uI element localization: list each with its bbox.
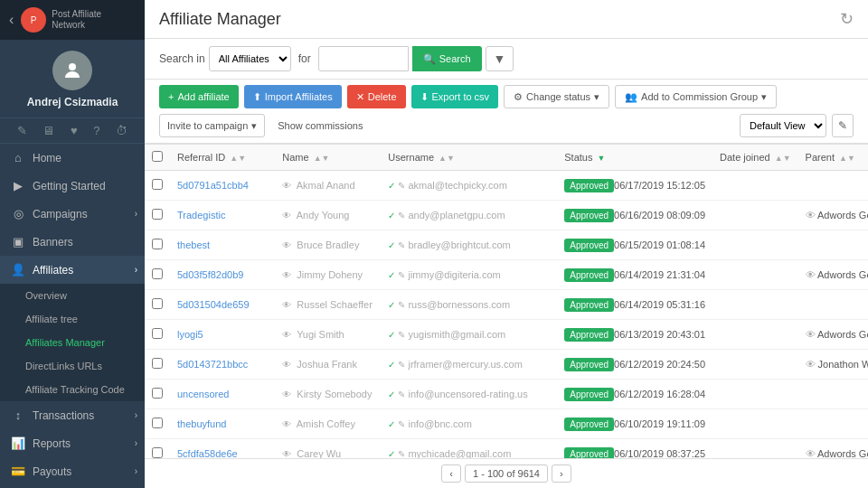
row-checkbox-cell[interactable]: [145, 260, 170, 290]
page-info: 1 - 100 of 9614: [465, 465, 548, 483]
sidebar-item-affiliate-tracking-code[interactable]: Affiliate Tracking Code: [0, 378, 145, 401]
row-date: [712, 350, 798, 380]
col-parent[interactable]: Parent ▲▼: [798, 145, 868, 171]
sidebar-item-affiliates-manager[interactable]: Affiliates Manager: [0, 331, 145, 354]
view-select[interactable]: Default View: [740, 114, 826, 137]
col-referral-id[interactable]: Referral ID ▲▼: [170, 145, 275, 171]
eye-icon[interactable]: 👁: [282, 449, 291, 458]
row-checkbox-cell[interactable]: [145, 380, 170, 409]
eye-icon[interactable]: 👁: [282, 211, 291, 221]
eye-icon[interactable]: 👁: [282, 270, 291, 280]
row-checkbox-cell[interactable]: [145, 201, 170, 230]
desktop-icon[interactable]: 🖥: [42, 124, 54, 137]
pagination: ‹ 1 - 100 of 9614 ›: [145, 458, 868, 488]
row-checkbox-cell[interactable]: [145, 320, 170, 350]
refresh-button[interactable]: ↻: [840, 9, 854, 29]
row-checkbox[interactable]: [152, 298, 163, 309]
eye-icon[interactable]: 👁: [282, 330, 291, 340]
sidebar-item-overview[interactable]: Overview: [0, 284, 145, 307]
row-checkbox[interactable]: [152, 358, 163, 369]
row-status: Approved06/16/2019 08:09:09: [557, 201, 712, 230]
row-name-text: Kirsty Somebody: [297, 389, 372, 399]
export-csv-button[interactable]: ⬇ Export to csv: [411, 85, 499, 108]
nav-label-home: Home: [33, 152, 61, 164]
delete-button[interactable]: ✕ Delete: [347, 85, 406, 108]
sidebar-item-reports[interactable]: 📊 Reports ›: [0, 429, 145, 457]
show-commissions-button[interactable]: Show commissions: [270, 117, 370, 134]
eye-icon[interactable]: 👁: [282, 300, 291, 310]
status-badge: Approved: [564, 239, 614, 252]
row-checkbox[interactable]: [152, 239, 163, 249]
sidebar-item-campaigns[interactable]: ◎ Campaigns ›: [0, 200, 145, 228]
search-select[interactable]: All Affiliates: [209, 46, 291, 71]
sidebar-item-getting-started[interactable]: ▶ Getting Started: [0, 172, 145, 200]
back-button[interactable]: ‹: [9, 12, 14, 28]
table-row: 5d03f5f82d0b9 👁 Jimmy Doheny ✓ ✎ jimmy@d…: [145, 260, 868, 290]
row-name: 👁 Carey Wu: [275, 439, 381, 459]
import-affiliates-button[interactable]: ⬆ Import Affiliates: [244, 85, 342, 108]
row-checkbox-cell[interactable]: [145, 409, 170, 439]
row-checkbox-cell[interactable]: [145, 350, 170, 380]
eye-icon[interactable]: 👁: [282, 240, 291, 250]
row-name: 👁 Amish Coffey: [275, 409, 381, 439]
eye-icon[interactable]: 👁: [282, 360, 291, 370]
filter-button[interactable]: ▼: [486, 46, 514, 71]
col-checkbox[interactable]: [145, 145, 170, 171]
select-all-checkbox[interactable]: [152, 151, 163, 162]
col-name[interactable]: Name ▲▼: [275, 145, 381, 171]
search-input[interactable]: [318, 46, 409, 71]
sidebar-item-transactions[interactable]: ↕ Transactions ›: [0, 401, 145, 429]
status-badge: Approved: [564, 298, 614, 312]
row-username: ✓ ✎ jimmy@digiteria.com: [381, 260, 557, 290]
row-checkbox-cell[interactable]: [145, 439, 170, 459]
next-page-button[interactable]: ›: [552, 465, 571, 483]
col-date-joined[interactable]: Date joined ▲▼: [712, 145, 798, 171]
nav-label-payouts: Payouts: [33, 465, 71, 478]
sidebar-item-affiliate-tree[interactable]: Affiliate tree: [0, 307, 145, 331]
col-status[interactable]: Status ▼: [557, 145, 712, 171]
eye-icon[interactable]: 👁: [282, 419, 291, 429]
row-checkbox[interactable]: [152, 418, 163, 428]
row-parent: [798, 230, 868, 260]
edit-profile-icon[interactable]: ✎: [17, 124, 27, 137]
row-name: 👁 Kirsty Somebody: [275, 380, 381, 409]
prev-page-button[interactable]: ‹: [441, 465, 461, 483]
eye-icon[interactable]: 👁: [282, 389, 291, 399]
search-in-label: Search in: [159, 52, 205, 65]
verified-icon: ✓: [388, 389, 395, 399]
change-status-button[interactable]: ⚙ Change status ▾: [504, 85, 609, 108]
row-checkbox[interactable]: [152, 388, 163, 399]
commission-arrow: ▾: [761, 91, 767, 103]
row-checkbox[interactable]: [152, 209, 163, 220]
eye-icon[interactable]: 👁: [282, 181, 291, 191]
row-checkbox-cell[interactable]: [145, 230, 170, 260]
edit-view-button[interactable]: ✎: [832, 114, 854, 137]
clock-icon[interactable]: ⏱: [116, 124, 127, 137]
profile-name: Andrej Csizmadia: [27, 96, 118, 108]
sidebar-item-affiliates[interactable]: 👤 Affiliates ›: [0, 256, 145, 284]
sidebar-item-home[interactable]: ⌂ Home: [0, 144, 145, 172]
affiliates-icon: 👤: [11, 263, 25, 277]
row-status: Approved06/10/2019 08:37:25: [557, 439, 712, 459]
sidebar-item-directlinks-urls[interactable]: DirectLinks URLs: [0, 354, 145, 378]
sidebar-item-payouts[interactable]: 💳 Payouts ›: [0, 457, 145, 485]
verified-icon: ✓: [388, 419, 395, 429]
add-affiliate-button[interactable]: + Add affiliate: [159, 85, 239, 108]
row-checkbox-cell[interactable]: [145, 171, 170, 201]
invite-campaign-button[interactable]: Invite to campaign ▾: [159, 114, 265, 137]
row-referral-id: uncensored: [170, 380, 275, 409]
row-checkbox[interactable]: [152, 179, 163, 190]
payouts-arrow: ›: [135, 466, 137, 476]
row-parent: 👁 Jonathon White: [798, 350, 868, 380]
question-icon[interactable]: ?: [93, 124, 99, 137]
row-checkbox[interactable]: [152, 447, 163, 458]
row-checkbox[interactable]: [152, 268, 163, 279]
sidebar-item-banners[interactable]: ▣ Banners: [0, 228, 145, 256]
search-button[interactable]: 🔍 Search: [412, 46, 482, 71]
home-icon: ⌂: [11, 151, 25, 164]
row-checkbox-cell[interactable]: [145, 290, 170, 320]
col-username[interactable]: Username ▲▼: [381, 145, 557, 171]
heart-icon[interactable]: ♥: [71, 124, 78, 137]
add-commission-button[interactable]: 👥 Add to Commission Group ▾: [615, 85, 777, 108]
row-checkbox[interactable]: [152, 328, 163, 339]
